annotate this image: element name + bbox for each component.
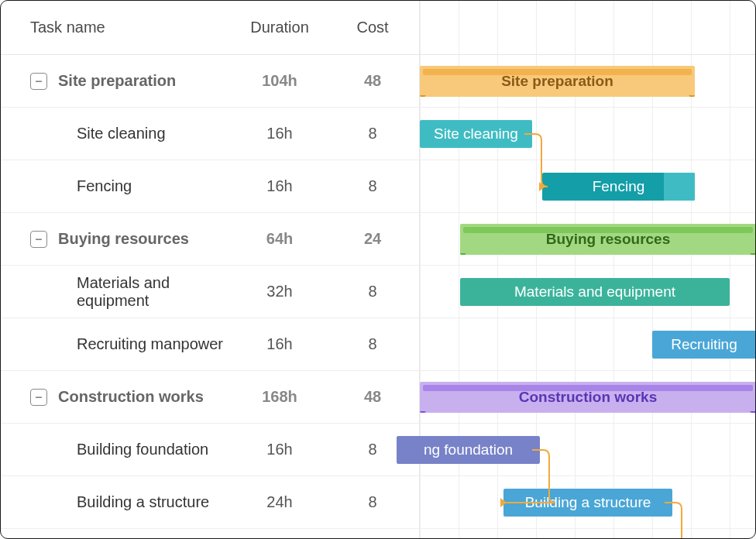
group-row: –Construction works168h48Construction wo… xyxy=(1,371,755,424)
task-row: Painting48h8Painting xyxy=(1,529,755,539)
collapse-toggle[interactable]: – xyxy=(30,231,47,248)
task-row: Materials and equipment32h8Materials and… xyxy=(1,266,755,318)
gantt-task-bar[interactable]: Site cleaning xyxy=(420,120,532,148)
duration-cell[interactable]: 24h xyxy=(233,476,326,528)
duration-cell[interactable]: 32h xyxy=(233,266,326,318)
gantt-cell: Materials and equipment xyxy=(419,266,755,318)
gantt-cell: Buying resources xyxy=(419,213,755,265)
duration-cell[interactable]: 16h xyxy=(233,160,326,212)
group-row: –Buying resources64h24Buying resources xyxy=(1,213,755,266)
gantt-task-bar[interactable]: Materials and equipment xyxy=(460,278,730,306)
gantt-group-bar[interactable]: Site preparation xyxy=(420,66,695,97)
table-header: Task name Duration Cost xyxy=(1,1,755,55)
header-gantt xyxy=(419,1,755,54)
gantt-cell: Fencing xyxy=(419,160,755,212)
duration-cell[interactable]: 16h xyxy=(233,424,326,475)
task-label[interactable]: Buying resources xyxy=(58,230,189,248)
task-label[interactable]: Construction works xyxy=(58,388,204,406)
cost-cell[interactable]: 48 xyxy=(326,55,419,107)
dependency-arrow xyxy=(524,131,571,215)
task-label[interactable]: Recruiting manpower xyxy=(77,335,223,353)
header-duration[interactable]: Duration xyxy=(233,19,326,36)
cost-cell[interactable]: 24 xyxy=(326,213,419,265)
gantt-group-bar[interactable]: Construction works xyxy=(420,382,756,413)
task-label[interactable]: Site cleaning xyxy=(77,125,166,142)
dependency-arrow xyxy=(665,500,711,539)
gantt-task-bar[interactable]: ng foundation xyxy=(397,436,540,464)
task-label[interactable]: Fencing xyxy=(77,177,132,195)
cost-cell[interactable]: 8 xyxy=(326,318,419,370)
header-cost[interactable]: Cost xyxy=(326,19,419,36)
task-label[interactable]: Materials and equipment xyxy=(77,274,233,310)
dependency-arrow xyxy=(532,447,579,530)
duration-cell[interactable]: 64h xyxy=(233,213,326,265)
duration-cell[interactable]: 48h xyxy=(233,529,326,539)
cost-cell[interactable]: 8 xyxy=(326,160,419,212)
cost-cell[interactable]: 48 xyxy=(326,371,419,423)
duration-cell[interactable]: 16h xyxy=(233,108,326,160)
header-task[interactable]: Task name xyxy=(1,19,233,36)
gantt-cell: Site cleaning xyxy=(419,108,755,160)
gantt-group-bar[interactable]: Buying resources xyxy=(460,224,756,255)
collapse-toggle[interactable]: – xyxy=(30,73,47,90)
cost-cell[interactable]: 8 xyxy=(326,476,419,528)
task-label[interactable]: Site preparation xyxy=(58,72,176,90)
cost-cell[interactable]: 8 xyxy=(326,529,419,539)
duration-cell[interactable]: 104h xyxy=(233,55,326,107)
group-row: –Site preparation104h48Site preparation xyxy=(1,55,755,108)
gantt-cell: Recruiting xyxy=(419,318,755,370)
gantt-cell: Site preparation xyxy=(419,55,755,107)
duration-cell[interactable]: 168h xyxy=(233,371,326,423)
task-label[interactable]: Building a structure xyxy=(77,493,209,511)
duration-cell[interactable]: 16h xyxy=(233,318,326,370)
gantt-cell: ng foundation xyxy=(419,424,755,475)
gantt-task-bar[interactable]: Recruiting xyxy=(652,331,756,359)
task-row: Building a structure24h8Building a struc… xyxy=(1,476,755,529)
task-row: Recruiting manpower16h8Recruiting xyxy=(1,318,755,371)
cost-cell[interactable]: 8 xyxy=(326,266,419,318)
task-row: Site cleaning16h8Site cleaning xyxy=(1,108,755,160)
task-label[interactable]: Building foundation xyxy=(77,441,208,458)
task-row: Building foundation16h8ng foundation xyxy=(1,424,755,476)
collapse-toggle[interactable]: – xyxy=(30,389,47,406)
gantt-cell: Painting xyxy=(419,529,755,539)
cost-cell[interactable]: 8 xyxy=(326,108,419,160)
task-row: Fencing16h8Fencing xyxy=(1,160,755,213)
gantt-cell: Construction works xyxy=(419,371,755,423)
